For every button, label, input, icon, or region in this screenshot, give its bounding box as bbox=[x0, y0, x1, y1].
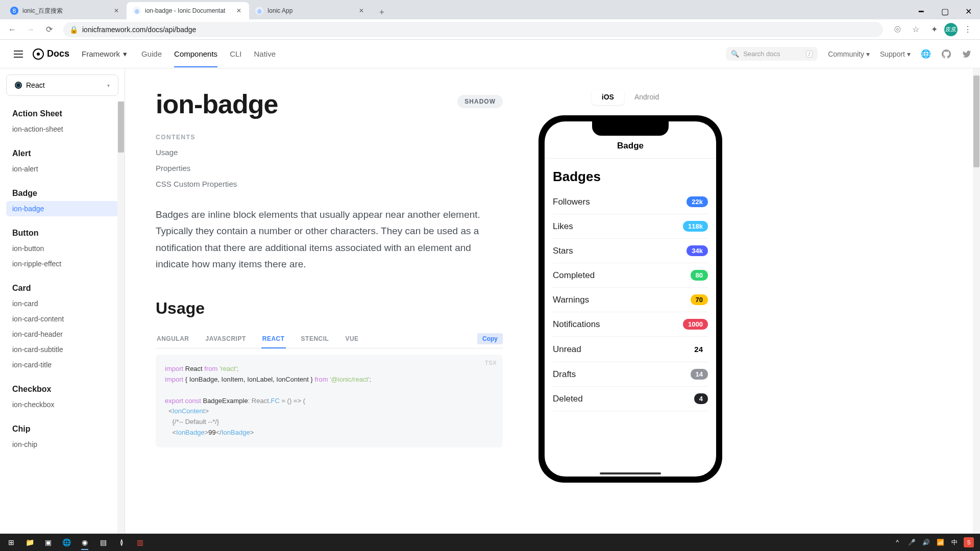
sidebar-item[interactable]: ion-ripple-effect bbox=[6, 256, 118, 271]
sidebar-item[interactable]: ion-alert bbox=[6, 161, 118, 177]
edge-icon[interactable]: 🌐 bbox=[57, 535, 76, 550]
chevron-down-icon: ▾ bbox=[123, 49, 127, 59]
tab-close-button[interactable]: ✕ bbox=[235, 7, 243, 15]
toc-link[interactable]: Properties bbox=[156, 164, 503, 172]
browser-tab[interactable]: ◎ion-badge - Ionic Documentat✕ bbox=[127, 2, 249, 19]
tray-input-icon[interactable]: S bbox=[964, 537, 974, 547]
badge-row[interactable]: Likes118k bbox=[553, 214, 708, 239]
badge-row-label: Drafts bbox=[553, 369, 576, 380]
badge-row[interactable]: Stars34k bbox=[553, 239, 708, 263]
nav-link-cli[interactable]: CLI bbox=[230, 41, 241, 67]
code-tab-javascript[interactable]: JAVASCRIPT bbox=[205, 330, 247, 348]
contents-label: CONTENTS bbox=[156, 134, 503, 141]
vscode-icon[interactable]: ≬ bbox=[112, 535, 131, 550]
file-explorer-icon[interactable]: 📁 bbox=[20, 535, 39, 550]
translate-icon[interactable]: ⦾ bbox=[889, 21, 905, 38]
back-button[interactable]: ← bbox=[4, 21, 20, 38]
toc-link[interactable]: CSS Custom Properties bbox=[156, 180, 503, 188]
badges-section-title: Badges bbox=[553, 169, 708, 185]
sidebar-item[interactable]: ion-button bbox=[6, 241, 118, 256]
tab-favicon-icon: B bbox=[10, 7, 18, 15]
toc-link[interactable]: Usage bbox=[156, 148, 503, 157]
sidebar-item[interactable]: ion-card-content bbox=[6, 311, 118, 327]
badge-pill: 4 bbox=[694, 393, 708, 404]
badge-row[interactable]: Drafts14 bbox=[553, 362, 708, 387]
tab-close-button[interactable]: ✕ bbox=[357, 7, 365, 15]
tray-ime-icon[interactable]: 中 bbox=[949, 537, 960, 547]
sidebar-scrollbar[interactable] bbox=[117, 101, 125, 534]
maximize-button[interactable]: ▢ bbox=[933, 3, 957, 19]
badge-row[interactable]: Deleted4 bbox=[553, 387, 708, 411]
docs-logo[interactable]: Docs bbox=[33, 48, 69, 60]
sidebar-item[interactable]: ion-card-header bbox=[6, 327, 118, 342]
forward-button[interactable]: → bbox=[22, 21, 39, 38]
tray-mic-icon[interactable]: 🎤 bbox=[906, 537, 917, 547]
badge-pill: 14 bbox=[691, 369, 708, 380]
address-bar[interactable]: 🔒 ionicframework.com/docs/api/badge bbox=[63, 22, 883, 37]
browser-menu-icon[interactable]: ⋮ bbox=[960, 21, 976, 38]
app-icon-2[interactable]: ▥ bbox=[131, 535, 149, 550]
code-lang-label: TSX bbox=[485, 359, 497, 368]
phone-notch bbox=[592, 121, 669, 136]
main-content: ion-badge SHADOW CONTENTS UsagePropertie… bbox=[156, 89, 503, 483]
browser-tab[interactable]: Bionic_百度搜索✕ bbox=[4, 2, 127, 19]
chevron-down-icon: ▾ bbox=[907, 50, 911, 58]
language-icon[interactable]: 🌐 bbox=[921, 49, 931, 59]
code-tab-stencil[interactable]: STENCIL bbox=[300, 330, 330, 348]
minimize-button[interactable]: ━ bbox=[910, 3, 933, 19]
copy-button[interactable]: Copy bbox=[477, 333, 503, 344]
nav-link-guide[interactable]: Guide bbox=[141, 41, 162, 67]
badge-pill: 1000 bbox=[683, 319, 708, 330]
twitter-icon[interactable] bbox=[962, 49, 972, 59]
badge-row-label: Completed bbox=[553, 270, 595, 281]
app-icon[interactable]: ▤ bbox=[94, 535, 112, 550]
search-input[interactable]: 🔍 Search docs / bbox=[726, 47, 818, 61]
badge-row[interactable]: Notifications1000 bbox=[553, 312, 708, 337]
sidebar-item[interactable]: ion-card bbox=[6, 296, 118, 311]
window-controls: ━ ▢ ✕ bbox=[910, 3, 980, 19]
profile-avatar[interactable]: 皮皮 bbox=[944, 23, 958, 36]
sidebar-item[interactable]: ion-checkbox bbox=[6, 397, 118, 412]
badge-row[interactable]: Warnings70 bbox=[553, 288, 708, 312]
sidebar-item[interactable]: ion-card-title bbox=[6, 357, 118, 372]
platform-tab-ios[interactable]: iOS bbox=[592, 89, 624, 105]
tab-title: ionic_百度搜索 bbox=[22, 7, 108, 15]
start-button[interactable]: ⊞ bbox=[2, 535, 20, 550]
framework-dropdown[interactable]: Framework ▾ bbox=[82, 49, 127, 59]
sidebar-item[interactable]: ion-card-subtitle bbox=[6, 342, 118, 357]
sidebar-item[interactable]: ion-badge bbox=[6, 201, 118, 216]
menu-toggle-button[interactable] bbox=[8, 44, 29, 64]
tray-network-icon[interactable]: 📶 bbox=[935, 537, 945, 547]
extensions-icon[interactable]: ✦ bbox=[926, 21, 942, 38]
search-icon: 🔍 bbox=[731, 50, 739, 58]
sidebar-item[interactable]: ion-action-sheet bbox=[6, 121, 118, 137]
badge-pill: 34k bbox=[687, 245, 708, 256]
chrome-icon[interactable]: ◉ bbox=[76, 535, 94, 550]
terminal-icon[interactable]: ▣ bbox=[39, 535, 57, 550]
support-dropdown[interactable]: Support▾ bbox=[880, 50, 911, 58]
platform-tab-android[interactable]: Android bbox=[624, 89, 669, 105]
close-window-button[interactable]: ✕ bbox=[957, 3, 980, 19]
tab-favicon-icon: ◎ bbox=[133, 7, 141, 15]
nav-link-components[interactable]: Components bbox=[174, 41, 217, 67]
framework-selector[interactable]: React ▾ bbox=[6, 74, 118, 96]
badge-row[interactable]: Completed80 bbox=[553, 263, 708, 288]
reload-button[interactable]: ⟳ bbox=[41, 21, 57, 38]
content-scrollbar[interactable] bbox=[973, 68, 980, 534]
badge-row[interactable]: Followers22k bbox=[553, 190, 708, 214]
bookmark-icon[interactable]: ☆ bbox=[908, 21, 924, 38]
tab-favicon-icon: ◎ bbox=[255, 7, 263, 15]
new-tab-button[interactable]: + bbox=[375, 5, 389, 19]
code-tab-react[interactable]: REACT bbox=[261, 330, 286, 348]
code-tab-vue[interactable]: VUE bbox=[344, 330, 359, 348]
code-tab-angular[interactable]: ANGULAR bbox=[156, 330, 190, 348]
nav-link-native[interactable]: Native bbox=[254, 41, 276, 67]
browser-tab[interactable]: ◎Ionic App✕ bbox=[249, 2, 372, 19]
tray-chevron-icon[interactable]: ^ bbox=[892, 537, 902, 547]
tab-close-button[interactable]: ✕ bbox=[112, 7, 120, 15]
community-dropdown[interactable]: Community▾ bbox=[828, 50, 870, 58]
badge-row[interactable]: Unread24 bbox=[553, 337, 708, 362]
tray-volume-icon[interactable]: 🔊 bbox=[921, 537, 931, 547]
sidebar-item[interactable]: ion-chip bbox=[6, 437, 118, 452]
github-icon[interactable] bbox=[941, 49, 951, 59]
